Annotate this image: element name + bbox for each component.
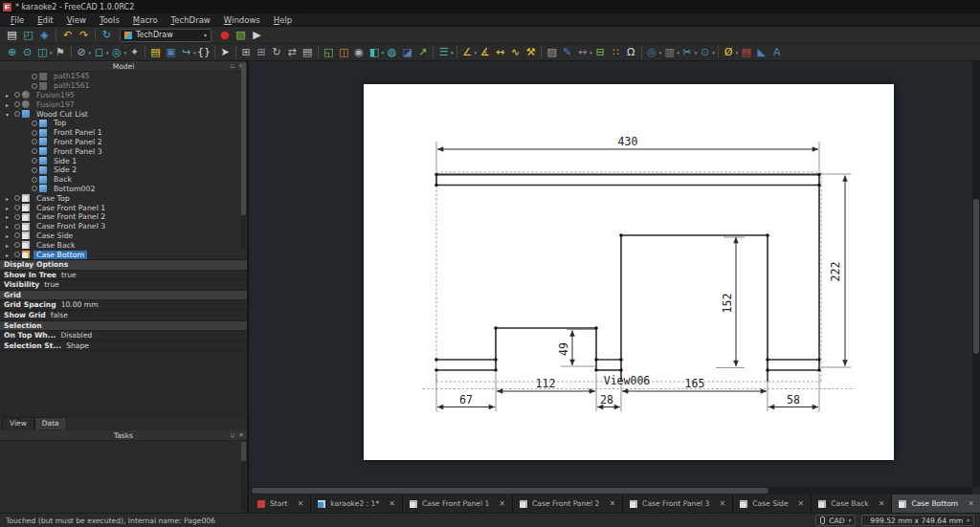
dim-step-height-label[interactable]: 49 (557, 342, 570, 356)
visibility-toggle-icon[interactable] (14, 205, 21, 210)
draw-style-icon[interactable]: ◫ (34, 45, 51, 60)
fit-all-icon[interactable]: ⊕ (4, 45, 20, 60)
menu-item[interactable]: File (4, 13, 31, 27)
expander-icon[interactable]: ▸ (6, 205, 14, 211)
expander-icon[interactable]: ▸ (6, 242, 14, 249)
undo-icon[interactable]: ↶ (59, 28, 76, 43)
menu-item[interactable]: Edit (31, 13, 59, 27)
property-row[interactable]: Grid Spacing 10.00 mm (0, 300, 247, 311)
tree-item-label[interactable]: Top (51, 119, 69, 127)
visibility-toggle-icon[interactable] (14, 111, 21, 117)
sync-view-icon[interactable]: ⚑ (53, 45, 69, 60)
tree-item[interactable]: ▸ Case Front Panel 3 (0, 222, 247, 231)
visibility-toggle-icon[interactable] (32, 167, 38, 173)
macro-play-icon[interactable]: ▶ (249, 28, 265, 43)
visibility-toggle-icon[interactable] (14, 195, 21, 201)
document-tab[interactable]: Case Front Panel 1 (403, 494, 513, 513)
visibility-toggle-icon[interactable] (32, 74, 38, 79)
redo-icon[interactable]: ↷ (76, 28, 92, 43)
update-page-icon[interactable]: ⇄ (284, 45, 301, 60)
dim-width-label[interactable]: 430 (618, 135, 638, 148)
cosmetic-lines-icon[interactable]: ▥ (661, 45, 678, 60)
undock-icon[interactable] (230, 432, 234, 439)
new-document-icon[interactable]: ▤ (4, 28, 20, 43)
close-icon[interactable] (968, 499, 974, 508)
tree-item-label[interactable]: Back (51, 175, 75, 184)
expander-icon[interactable]: ▸ (6, 223, 14, 230)
visibility-toggle-icon[interactable] (14, 242, 21, 248)
tree-item-label[interactable]: Bottom002 (51, 185, 98, 193)
close-icon[interactable] (719, 499, 725, 508)
tree-item[interactable]: ▸ Fusion195 (0, 91, 247, 100)
tree-item[interactable]: ▾ Wood Cut List (0, 109, 247, 119)
close-icon[interactable] (798, 499, 805, 508)
dim-cutout-height-label[interactable]: 152 (721, 294, 734, 314)
vertical-scrollbar[interactable] (972, 61, 980, 487)
visibility-toggle-icon[interactable] (32, 139, 38, 144)
dimension-repair-icon[interactable]: ⚒ (523, 45, 539, 60)
close-icon[interactable] (879, 499, 885, 508)
macro-record-icon[interactable]: ● (216, 28, 233, 43)
tree-item-label[interactable]: Fusion195 (33, 91, 78, 99)
document-tab[interactable]: Case Front Panel 2 (513, 494, 623, 513)
thread-hole-icon[interactable]: ◣ (753, 45, 769, 60)
combo-tab[interactable]: View (2, 417, 34, 429)
menu-item[interactable]: TechDraw (165, 13, 217, 27)
tree-item[interactable]: Top (0, 119, 247, 128)
close-icon[interactable] (609, 499, 615, 508)
navigation-style-selector[interactable]: CAD ▾ (815, 515, 856, 526)
property-value[interactable]: true (56, 271, 247, 280)
tree-item-label[interactable]: Wood Cut List (33, 110, 91, 119)
document-tab[interactable]: Start (251, 494, 311, 513)
tree-item[interactable]: Bottom002 (0, 185, 247, 194)
expander-icon[interactable]: ▸ (6, 213, 14, 220)
tree-item[interactable]: path1561 (0, 81, 247, 91)
visibility-toggle-icon[interactable] (32, 83, 38, 89)
document-tab-label[interactable]: Case Front Panel 2 (532, 499, 599, 508)
page-size-selector[interactable]: 999.52 mm x 749.64 mm ▾ (861, 515, 974, 526)
dimension-lines[interactable] (437, 149, 845, 407)
view-label[interactable]: View006 (604, 374, 651, 387)
tree-item[interactable]: Front Panel 2 (0, 138, 247, 147)
new-page-default-icon[interactable]: ⊞ (238, 45, 255, 60)
vertical-scrollbar-thumb[interactable] (973, 199, 979, 354)
tree-item-label[interactable]: Side 1 (51, 157, 79, 165)
document-tab[interactable]: Case Bottom (892, 494, 980, 513)
visibility-toggle-icon[interactable] (14, 214, 21, 220)
document-tab-label[interactable]: Case Front Panel 1 (422, 499, 489, 508)
print-page-icon[interactable]: ▤ (300, 45, 316, 60)
document-tab[interactable]: karaoke2 : 1* (311, 494, 403, 513)
refresh-icon[interactable]: ↻ (99, 28, 115, 43)
save-icon[interactable]: ◈ (36, 28, 53, 43)
document-tab-label[interactable]: karaoke2 : 1* (330, 499, 379, 508)
tree-item-label[interactable]: Case Front Panel 2 (33, 212, 108, 221)
tree-item[interactable]: Back (0, 175, 247, 185)
expander-icon[interactable]: ▸ (6, 101, 14, 108)
property-value[interactable] (68, 260, 247, 270)
symbol-omega-icon[interactable]: Ω (623, 45, 639, 60)
tree-item[interactable]: path1545 (0, 72, 247, 81)
visibility-toggle-icon[interactable] (14, 92, 21, 98)
menu-item[interactable]: Macro (126, 13, 165, 27)
tree-item-label[interactable]: Case Front Panel 3 (33, 222, 108, 231)
complex-section-icon[interactable]: ◍ (384, 45, 400, 60)
clip-group-icon[interactable]: ◪ (399, 45, 415, 60)
dim-cutout-width-label[interactable]: 165 (685, 377, 705, 390)
visibility-toggle-icon[interactable] (32, 130, 38, 136)
dimension-radius-icon[interactable]: ∡ (477, 45, 493, 60)
menu-item[interactable]: Windows (217, 13, 267, 27)
tree-item-label[interactable]: Side 2 (51, 165, 79, 174)
dim-left-label[interactable]: 67 (459, 393, 473, 406)
cascade-spacing-icon[interactable]: ↔ (574, 45, 590, 60)
property-row[interactable]: Show In Tree true (0, 271, 247, 281)
link-actions-icon[interactable]: ↪ (178, 45, 194, 60)
expander-icon[interactable]: ▸ (6, 92, 14, 99)
tree-scrollbar[interactable] (241, 62, 246, 248)
position-views-icon[interactable]: ⊟ (592, 45, 609, 60)
new-page-template-icon[interactable]: ⊞ (254, 45, 270, 60)
close-icon[interactable] (499, 499, 505, 508)
visibility-toggle-icon[interactable] (32, 186, 38, 191)
techdraw-page-icon[interactable]: ▤ (147, 45, 164, 60)
dim-slot-label[interactable]: 28 (600, 393, 613, 406)
tree-item-label[interactable]: Case Top (33, 194, 73, 203)
